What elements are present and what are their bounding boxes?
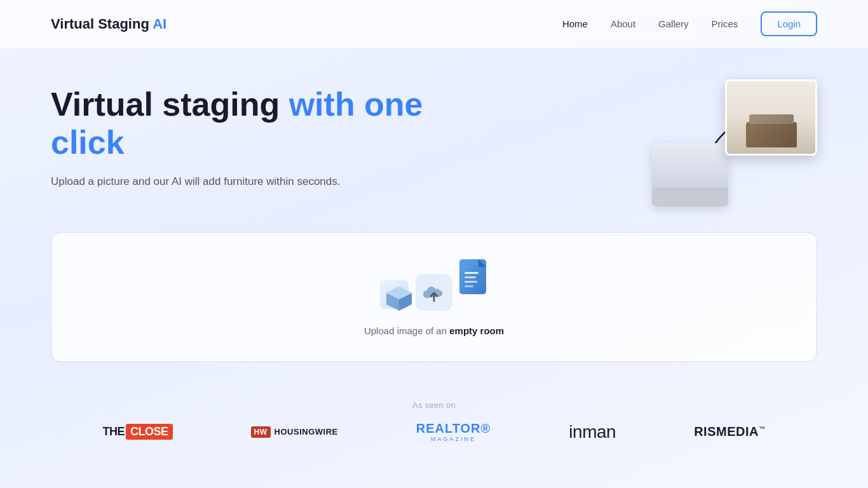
svg-rect-13 xyxy=(465,276,476,278)
nav-gallery[interactable]: Gallery xyxy=(658,18,689,29)
logo-ai: AI xyxy=(153,16,166,32)
hero-title: Virtual staging with one click xyxy=(51,86,464,162)
theclose-close: CLOSE xyxy=(126,424,173,440)
upload-section: Upload image of an empty room xyxy=(0,219,868,388)
room-before-image xyxy=(652,143,728,207)
nav-links: Home About Gallery Prices Login xyxy=(562,11,817,36)
hero-images xyxy=(652,79,817,207)
navbar: Virtual Staging AI Home About Gallery Pr… xyxy=(0,0,868,48)
upload-zone[interactable]: Upload image of an empty room xyxy=(51,232,817,362)
logo-housingwire: HW HOUSINGWIRE xyxy=(251,426,338,438)
hw-badge: HW xyxy=(251,426,271,438)
realtor-sub: MAGAZINE xyxy=(416,436,491,442)
as-seen-on-label: As seen on xyxy=(51,400,817,410)
hero-title-part1: Virtual staging xyxy=(51,86,289,123)
nav-prices[interactable]: Prices xyxy=(712,18,738,29)
room-after-image xyxy=(725,79,817,156)
logo-realtor: REALTOR® MAGAZINE xyxy=(416,421,491,442)
logo: Virtual Staging AI xyxy=(51,16,166,32)
nav-about[interactable]: About xyxy=(611,18,635,29)
upload-label-bold: empty room xyxy=(449,325,504,336)
upload-label: Upload image of an empty room xyxy=(364,325,504,336)
cloud-upload-icon xyxy=(414,273,454,312)
svg-rect-15 xyxy=(465,285,473,287)
rismedia-tm: ™ xyxy=(759,425,766,432)
theclose-the: THE xyxy=(103,425,125,438)
logo-rismedia: RisMedia™ xyxy=(694,424,765,439)
logo-text: Virtual Staging xyxy=(51,16,153,32)
hero-text: Virtual staging with one click Upload a … xyxy=(51,86,464,189)
upload-icons-group xyxy=(377,258,491,315)
hero-subtitle: Upload a picture and our AI will add fur… xyxy=(51,173,464,190)
upload-label-prefix: Upload image of an xyxy=(364,325,449,336)
document-icon xyxy=(456,258,491,299)
hero-section: Virtual staging with one click Upload a … xyxy=(0,48,868,219)
housingwire-text: HOUSINGWIRE xyxy=(275,427,338,437)
login-button[interactable]: Login xyxy=(761,11,817,36)
logo-inman: inman xyxy=(569,422,616,442)
media-logos: THE CLOSE HW HOUSINGWIRE REALTOR® MAGAZI… xyxy=(51,421,817,442)
svg-rect-12 xyxy=(465,272,478,274)
nav-home[interactable]: Home xyxy=(562,18,588,29)
realtor-main: REALTOR® xyxy=(416,421,491,436)
svg-rect-14 xyxy=(465,281,477,283)
logo-theclose: THE CLOSE xyxy=(103,424,173,440)
media-section: As seen on THE CLOSE HW HOUSINGWIRE REAL… xyxy=(0,388,868,468)
